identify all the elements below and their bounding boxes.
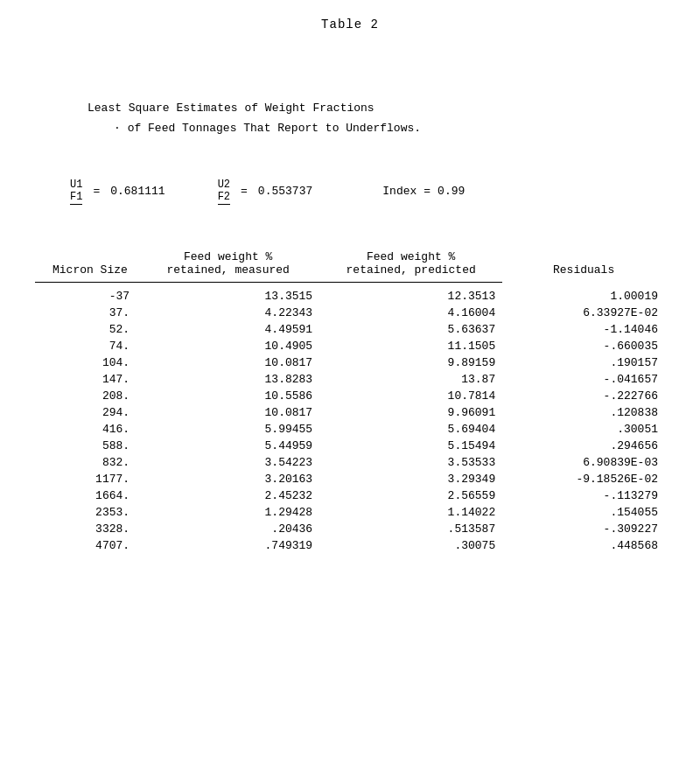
dot-decorator: · [114, 122, 121, 135]
measured-cell: 5.99455 [136, 421, 319, 438]
micron-cell: 294. [35, 404, 136, 421]
predicted-cell: .513587 [319, 521, 502, 537]
measured-cell: 13.3515 [136, 282, 319, 305]
table-row: 2353.1.294281.14022.154055 [35, 504, 665, 521]
measured-cell: 10.4905 [136, 338, 319, 354]
predicted-cell: .30075 [319, 537, 502, 554]
micron-cell: 2353. [35, 504, 136, 521]
residual-cell: -.041657 [502, 371, 665, 388]
index-label: Index [382, 185, 416, 198]
measured-header: Feed weight % retained, measured [136, 249, 319, 283]
residual-cell: .154055 [502, 504, 665, 521]
micron-cell: 208. [35, 388, 136, 404]
frac1-top: U1 [70, 179, 82, 191]
micron-cell: 832. [35, 454, 136, 471]
table-row: 1177.3.201633.29349-9.18526E-02 [35, 471, 665, 487]
measured-cell: .20436 [136, 521, 319, 537]
micron-cell: 104. [35, 354, 136, 371]
measured-cell: .749319 [136, 537, 319, 554]
table-row: 3328..20436.513587-.309227 [35, 521, 665, 537]
frac1-equals: = [93, 185, 100, 198]
table-row: 1664.2.452322.56559-.113279 [35, 487, 665, 504]
frac1-value: 0.681111 [110, 185, 164, 198]
residual-cell: .448568 [502, 537, 665, 554]
table-row: 52.4.495915.63637-1.14046 [35, 321, 665, 338]
measured-cell: 1.29428 [136, 504, 319, 521]
residual-cell: 1.00019 [502, 282, 665, 305]
micron-cell: 147. [35, 371, 136, 388]
micron-cell: 1177. [35, 471, 136, 487]
measured-cell: 10.5586 [136, 388, 319, 404]
micron-cell: 416. [35, 421, 136, 438]
micron-cell: 74. [35, 338, 136, 354]
predicted-cell: 13.87 [319, 371, 502, 388]
table-row: 4707..749319.30075.448568 [35, 537, 665, 554]
measured-cell: 4.22343 [136, 305, 319, 321]
data-table: Micron Size Feed weight % retained, meas… [35, 249, 665, 554]
measured-cell: 13.8283 [136, 371, 319, 388]
table-row: 147.13.828313.87-.041657 [35, 371, 665, 388]
predicted-cell: 12.3513 [319, 282, 502, 305]
fraction2-block: U2 F2 = 0.553737 [218, 179, 313, 205]
predicted-cell: 11.1505 [319, 338, 502, 354]
frac2-value: 0.553737 [258, 185, 312, 198]
measured-cell: 4.49591 [136, 321, 319, 338]
predicted-cell: 3.53533 [319, 454, 502, 471]
table-row: 832.3.542233.535336.90839E-03 [35, 454, 665, 471]
frac1-bottom: F1 [70, 191, 82, 203]
table-row: 37.4.223434.160046.33927E-02 [35, 305, 665, 321]
subtitle-line2: · of Feed Tonnages That Report to Underf… [88, 122, 665, 135]
micron-header: Micron Size [35, 249, 136, 283]
residual-cell: -.113279 [502, 487, 665, 504]
residual-cell: .120838 [502, 404, 665, 421]
micron-cell: 37. [35, 305, 136, 321]
residuals-header: Residuals [502, 249, 665, 283]
predicted-cell: 9.96091 [319, 404, 502, 421]
measured-cell: 5.44959 [136, 438, 319, 454]
predicted-cell: 2.56559 [319, 487, 502, 504]
measured-cell: 10.0817 [136, 354, 319, 371]
residual-cell: -9.18526E-02 [502, 471, 665, 487]
table-header-row: Micron Size Feed weight % retained, meas… [35, 249, 665, 283]
measured-cell: 10.0817 [136, 404, 319, 421]
micron-cell: 52. [35, 321, 136, 338]
frac2-equals: = [241, 185, 248, 198]
index-value: 0.99 [438, 185, 465, 198]
fraction1-block: U1 F1 = 0.681111 [70, 179, 165, 205]
fractions-row: U1 F1 = 0.681111 U2 F2 = 0.553737 Index … [70, 179, 665, 205]
subtitle-line1: Least Square Estimates of Weight Fractio… [88, 102, 665, 115]
measured-cell: 2.45232 [136, 487, 319, 504]
residual-cell: -.309227 [502, 521, 665, 537]
residual-cell: 6.33927E-02 [502, 305, 665, 321]
micron-cell: 4707. [35, 537, 136, 554]
micron-cell: 1664. [35, 487, 136, 504]
micron-cell: 3328. [35, 521, 136, 537]
predicted-cell: 1.14022 [319, 504, 502, 521]
table-row: 104.10.08179.89159.190157 [35, 354, 665, 371]
index-equals: = [424, 185, 430, 198]
residual-cell: -1.14046 [502, 321, 665, 338]
predicted-cell: 5.15494 [319, 438, 502, 454]
frac2-bottom: F2 [218, 191, 230, 203]
predicted-cell: 5.63637 [319, 321, 502, 338]
predicted-cell: 10.7814 [319, 388, 502, 404]
residual-cell: -.660035 [502, 338, 665, 354]
table-body: -3713.351512.35131.0001937.4.223434.1600… [35, 282, 665, 554]
table-row: 416.5.994555.69404.30051 [35, 421, 665, 438]
page-title: Table 2 [35, 18, 665, 32]
measured-cell: 3.20163 [136, 471, 319, 487]
index-block: Index = 0.99 [382, 185, 465, 198]
predicted-header: Feed weight % retained, predicted [319, 249, 502, 283]
frac2-top: U2 [218, 179, 230, 191]
fraction2: U2 F2 [218, 179, 230, 205]
table-row: 208.10.558610.7814-.222766 [35, 388, 665, 404]
table-row: 74.10.490511.1505-.660035 [35, 338, 665, 354]
residual-cell: .294656 [502, 438, 665, 454]
table-row: -3713.351512.35131.00019 [35, 282, 665, 305]
table-row: 294.10.08179.96091.120838 [35, 404, 665, 421]
predicted-cell: 9.89159 [319, 354, 502, 371]
micron-cell: 588. [35, 438, 136, 454]
residual-cell: .190157 [502, 354, 665, 371]
predicted-cell: 5.69404 [319, 421, 502, 438]
fraction1: U1 F1 [70, 179, 82, 205]
